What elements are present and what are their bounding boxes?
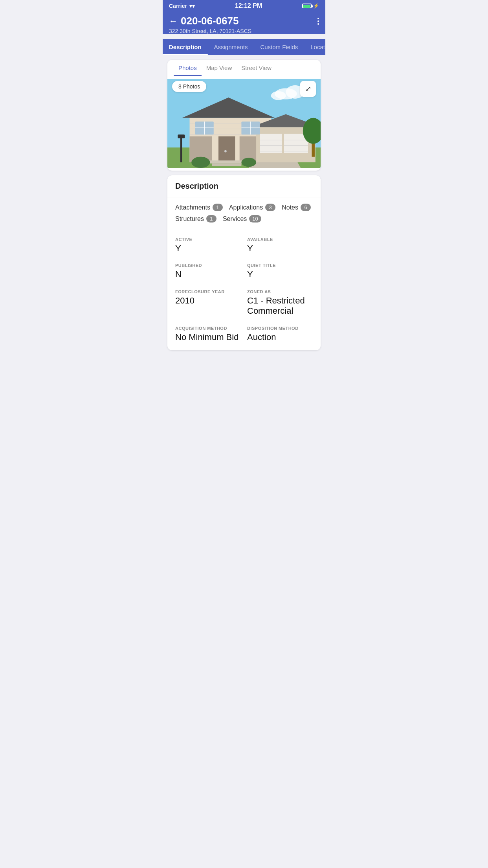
attachments-badge: 1	[213, 204, 223, 211]
property-id: 020-06-0675	[181, 15, 238, 27]
applications-label: Applications	[229, 204, 263, 211]
quick-links-row-2: Structures 1 Services 10	[175, 215, 313, 223]
field-foreclosure-year: FORECLOSURE YEAR 2010	[175, 289, 241, 316]
available-value: Y	[247, 243, 313, 254]
zoned-as-label: ZONED AS	[247, 289, 313, 294]
back-button[interactable]: ← 020-06-0675	[169, 15, 238, 27]
structures-badge: 1	[206, 215, 216, 223]
svg-rect-32	[212, 164, 241, 166]
field-zoned-as: ZONED AS C1 - Restricted Commercial	[247, 289, 313, 316]
header: ← 020-06-0675 322 30th Street, LA, 70121…	[163, 12, 325, 34]
fields-section: ACTIVE Y AVAILABLE Y PUBLISHED N QUIET T…	[167, 229, 321, 350]
notes-link[interactable]: Notes 6	[282, 204, 311, 211]
field-published: PUBLISHED N	[175, 263, 241, 280]
status-bar-right: ⚡	[302, 3, 319, 9]
battery-icon	[302, 4, 312, 8]
description-title: Description	[167, 175, 321, 197]
svg-rect-33	[180, 136, 182, 162]
field-quiet-title: QUIET TITLE Y	[247, 263, 313, 280]
notes-label: Notes	[282, 204, 298, 211]
notes-badge: 6	[301, 204, 311, 211]
disposition-method-label: DISPOSITION METHOD	[247, 326, 313, 331]
fields-grid: ACTIVE Y AVAILABLE Y PUBLISHED N QUIET T…	[175, 237, 313, 342]
svg-point-3	[271, 91, 286, 100]
foreclosure-year-label: FORECLOSURE YEAR	[175, 289, 241, 294]
field-available: AVAILABLE Y	[247, 237, 313, 254]
structures-label: Structures	[175, 215, 204, 223]
zoned-as-value: C1 - Restricted Commercial	[247, 296, 313, 316]
more-dot-2	[317, 20, 319, 22]
svg-rect-34	[178, 134, 185, 138]
attachments-label: Attachments	[175, 204, 210, 211]
tab-street-view[interactable]: Street View	[237, 60, 276, 76]
svg-rect-31	[208, 160, 245, 164]
tab-description[interactable]: Description	[163, 39, 208, 55]
wifi-icon: ▾▾	[189, 3, 195, 9]
published-value: N	[175, 269, 241, 280]
applications-badge: 3	[265, 204, 275, 211]
status-bar: Carrier ▾▾ 12:12 PM ⚡	[163, 0, 325, 12]
tab-map-view[interactable]: Map View	[202, 60, 237, 76]
acquisition-method-label: ACQUISITION METHOD	[175, 326, 241, 331]
attachments-link[interactable]: Attachments 1	[175, 204, 223, 211]
active-value: Y	[175, 243, 241, 254]
disposition-method-value: Auction	[247, 332, 313, 342]
svg-rect-15	[260, 134, 283, 153]
tab-assignments[interactable]: Assignments	[208, 39, 254, 55]
property-address: 322 30th Street, LA, 70121-ASCS	[169, 28, 319, 34]
description-card: Description Attachments 1 Applications 3…	[167, 175, 321, 350]
svg-rect-23	[218, 136, 235, 162]
nav-tabs: Description Assignments Custom Fields Lo…	[163, 39, 325, 55]
more-dot-3	[317, 23, 319, 25]
quiet-title-label: QUIET TITLE	[247, 263, 313, 268]
bolt-icon: ⚡	[313, 3, 319, 9]
tab-custom-fields[interactable]: Custom Fields	[254, 39, 304, 55]
svg-point-24	[224, 150, 227, 153]
carrier-label: Carrier	[169, 3, 187, 9]
tab-photos[interactable]: Photos	[174, 60, 202, 76]
status-bar-time: 12:12 PM	[235, 2, 262, 9]
expand-button[interactable]: ⤢	[300, 81, 316, 97]
photos-count-badge: 8 Photos	[172, 81, 206, 92]
photo-container: 8 Photos ⤢	[167, 76, 321, 171]
foreclosure-year-value: 2010	[175, 296, 241, 306]
services-label: Services	[223, 215, 247, 223]
quiet-title-value: Y	[247, 269, 313, 280]
acquisition-method-value: No Minimum Bid	[175, 332, 241, 342]
tab-location[interactable]: Location	[304, 39, 325, 55]
back-arrow-icon: ←	[169, 16, 178, 26]
more-dot-1	[317, 18, 319, 19]
photo-card: Photos Map View Street View	[167, 60, 321, 171]
active-label: ACTIVE	[175, 237, 241, 242]
more-menu-button[interactable]	[317, 18, 319, 25]
structures-link[interactable]: Structures 1	[175, 215, 216, 223]
available-label: AVAILABLE	[247, 237, 313, 242]
svg-point-35	[191, 157, 210, 168]
field-acquisition-method: ACQUISITION METHOD No Minimum Bid	[175, 326, 241, 342]
services-badge: 10	[249, 215, 261, 223]
published-label: PUBLISHED	[175, 263, 241, 268]
field-active: ACTIVE Y	[175, 237, 241, 254]
applications-link[interactable]: Applications 3	[229, 204, 275, 211]
status-bar-left: Carrier ▾▾	[169, 3, 195, 9]
main-content: Photos Map View Street View	[163, 60, 325, 350]
quick-links-row-1: Attachments 1 Applications 3 Notes 6	[175, 204, 313, 211]
header-top: ← 020-06-0675	[169, 15, 319, 27]
photo-tabs: Photos Map View Street View	[167, 60, 321, 76]
quick-links: Attachments 1 Applications 3 Notes 6 Str…	[167, 197, 321, 229]
field-disposition-method: DISPOSITION METHOD Auction	[247, 326, 313, 342]
services-link[interactable]: Services 10	[223, 215, 261, 223]
svg-point-36	[241, 158, 256, 167]
